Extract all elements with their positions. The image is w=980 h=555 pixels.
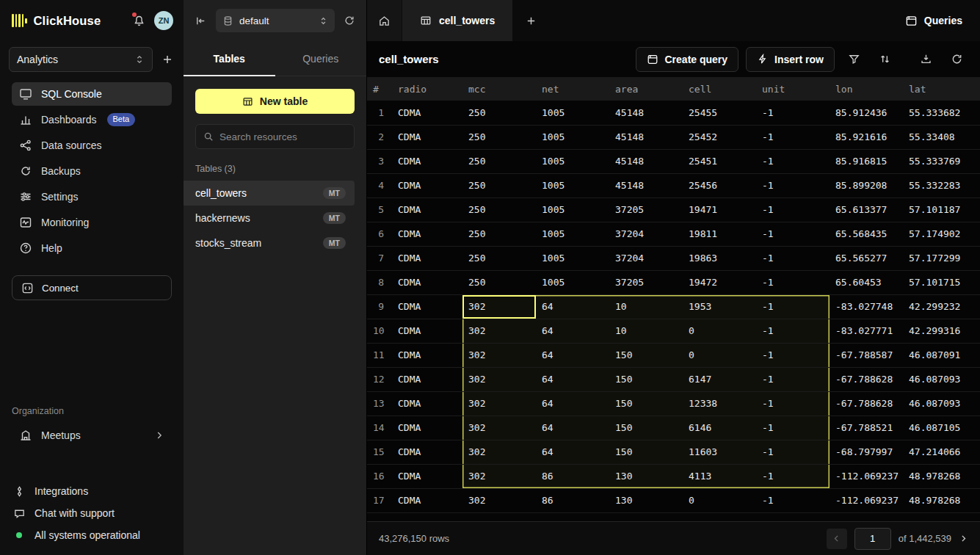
data-cell[interactable]: 1005	[536, 246, 609, 270]
data-cell[interactable]: 250	[462, 101, 536, 125]
data-cell[interactable]: 250	[462, 270, 536, 294]
data-cell[interactable]: 250	[462, 246, 536, 270]
data-cell[interactable]: 65.613377	[830, 197, 903, 222]
data-cell[interactable]: 64	[536, 416, 609, 440]
data-cell[interactable]: CDMA	[392, 197, 462, 222]
system-status-item[interactable]: All systems operational	[0, 524, 184, 546]
sidebar-item-meetups[interactable]: Meetups	[12, 424, 172, 447]
data-cell[interactable]: 55.333769	[903, 149, 980, 173]
data-cell[interactable]: 150	[609, 391, 683, 416]
data-cell[interactable]: 250	[462, 125, 536, 149]
data-cell[interactable]: 1005	[536, 270, 609, 294]
data-cell[interactable]: 37205	[609, 270, 683, 294]
notifications-bell-icon[interactable]	[133, 15, 145, 27]
data-cell[interactable]: 0	[683, 319, 756, 343]
data-cell[interactable]: 37204	[609, 246, 683, 270]
data-cell[interactable]: -1	[756, 488, 830, 512]
data-cell[interactable]: 0	[683, 343, 756, 367]
row-number-cell[interactable]: 3	[367, 149, 392, 173]
sidebar-item-data-sources[interactable]: Data sources	[12, 134, 172, 157]
column-header-mcc[interactable]: mcc	[462, 77, 536, 101]
data-cell[interactable]: 45148	[609, 149, 683, 173]
tab-cell-towers[interactable]: cell_towers	[402, 0, 512, 41]
data-cell[interactable]: 6147	[683, 367, 756, 391]
data-cell[interactable]: -1	[756, 246, 830, 270]
data-cell[interactable]: 302	[462, 464, 536, 488]
row-number-cell[interactable]: 7	[367, 246, 392, 270]
column-header-lat[interactable]: lat	[903, 77, 980, 101]
connect-button[interactable]: Connect	[12, 275, 172, 300]
data-cell[interactable]: 64	[536, 343, 609, 367]
sidebar-item-sql-console[interactable]: SQL Console	[12, 82, 172, 106]
row-number-cell[interactable]: 15	[367, 440, 392, 464]
row-number-cell[interactable]: 9	[367, 294, 392, 319]
row-number-cell[interactable]: 5	[367, 197, 392, 222]
data-cell[interactable]: 47.214066	[903, 440, 980, 464]
row-number-cell[interactable]: 11	[367, 343, 392, 367]
data-cell[interactable]: 45148	[609, 173, 683, 197]
data-cell[interactable]: 25452	[683, 125, 756, 149]
data-cell[interactable]: 1005	[536, 101, 609, 125]
data-cell[interactable]: -112.069237	[830, 464, 903, 488]
page-next-button[interactable]	[959, 534, 968, 543]
data-cell[interactable]: 85.916815	[830, 149, 903, 173]
new-table-button[interactable]: New table	[195, 89, 355, 114]
table-list-item-cell-towers[interactable]: cell_towers MT	[184, 181, 355, 206]
data-cell[interactable]: CDMA	[392, 270, 462, 294]
data-cell[interactable]: 25451	[683, 149, 756, 173]
data-cell[interactable]: -1	[756, 197, 830, 222]
data-cell[interactable]: -67.788521	[830, 416, 903, 440]
sidebar-item-monitoring[interactable]: Monitoring	[12, 211, 172, 234]
data-cell[interactable]: 45148	[609, 125, 683, 149]
data-cell[interactable]: 37205	[609, 197, 683, 222]
column-header-lon[interactable]: lon	[830, 77, 903, 101]
data-cell[interactable]: 250	[462, 149, 536, 173]
data-cell[interactable]: 57.174902	[903, 222, 980, 246]
tab-tables[interactable]: Tables	[184, 41, 275, 76]
data-cell[interactable]: CDMA	[392, 319, 462, 343]
row-number-cell[interactable]: 14	[367, 416, 392, 440]
row-number-cell[interactable]: 16	[367, 464, 392, 488]
data-cell[interactable]: -1	[756, 270, 830, 294]
data-cell[interactable]: 150	[609, 440, 683, 464]
sidebar-item-help[interactable]: Help	[12, 236, 172, 260]
data-cell[interactable]: 64	[536, 319, 609, 343]
row-number-cell[interactable]: 8	[367, 270, 392, 294]
data-cell[interactable]: 302	[462, 416, 536, 440]
row-number-cell[interactable]: 12	[367, 367, 392, 391]
sidebar-item-settings[interactable]: Settings	[12, 185, 172, 208]
data-cell[interactable]: 37204	[609, 222, 683, 246]
data-cell[interactable]: CDMA	[392, 391, 462, 416]
data-cell[interactable]: -1	[756, 440, 830, 464]
add-workspace-button[interactable]	[161, 54, 173, 65]
data-cell[interactable]: -67.788628	[830, 391, 903, 416]
data-cell[interactable]: 19811	[683, 222, 756, 246]
data-cell[interactable]: -1	[756, 173, 830, 197]
data-cell[interactable]: 25456	[683, 173, 756, 197]
column-header-net[interactable]: net	[536, 77, 609, 101]
data-cell[interactable]: 65.565277	[830, 246, 903, 270]
row-number-cell[interactable]: 2	[367, 125, 392, 149]
row-number-cell[interactable]: 17	[367, 488, 392, 512]
data-cell[interactable]: 19472	[683, 270, 756, 294]
data-cell[interactable]: -67.788628	[830, 367, 903, 391]
data-cell[interactable]: 86	[536, 488, 609, 512]
data-cell[interactable]: -1	[756, 464, 830, 488]
data-cell[interactable]: 55.333682	[903, 101, 980, 125]
data-cell[interactable]: -1	[756, 222, 830, 246]
column-header-num[interactable]: #	[367, 77, 392, 101]
data-cell[interactable]: 46.087093	[903, 391, 980, 416]
data-cell[interactable]: CDMA	[392, 367, 462, 391]
data-cell[interactable]: 64	[536, 294, 609, 319]
row-number-cell[interactable]: 13	[367, 391, 392, 416]
data-cell[interactable]: 1005	[536, 149, 609, 173]
data-cell[interactable]: 1953	[683, 294, 756, 319]
data-cell[interactable]: -1	[756, 125, 830, 149]
data-cell[interactable]: 42.299316	[903, 319, 980, 343]
data-cell[interactable]: CDMA	[392, 488, 462, 512]
avatar[interactable]: ZN	[154, 11, 173, 30]
column-header-cell[interactable]: cell	[683, 77, 756, 101]
insert-row-button[interactable]: Insert row	[746, 47, 835, 72]
chat-support-item[interactable]: Chat with support	[0, 502, 184, 524]
data-cell[interactable]: 55.332283	[903, 173, 980, 197]
